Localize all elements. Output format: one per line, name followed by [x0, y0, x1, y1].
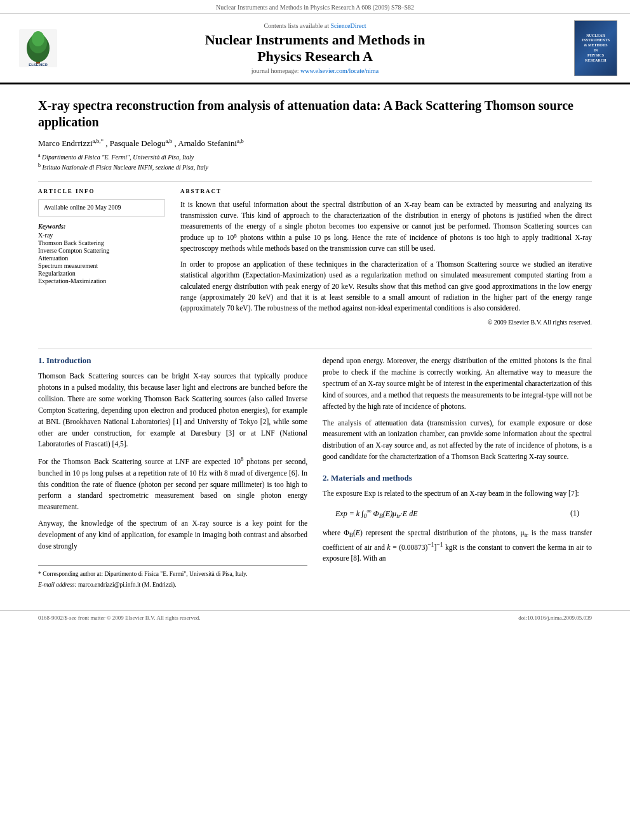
paper-content: X-ray spectra reconstruction from analys… [0, 84, 630, 604]
page-footer: 0168-9002/$-see front matter © 2009 Else… [0, 610, 630, 625]
keywords-list: X-ray Thomson Back Scattering Inverse Co… [38, 232, 165, 284]
body-left-col: 1. Introduction Thomson Back Scattering … [38, 356, 307, 591]
abstract-paragraph2: In order to propose an application of th… [180, 259, 592, 314]
keyword-em: Expectation-Maximization [38, 277, 165, 284]
article-info-box: Available online 20 May 2009 [38, 199, 165, 217]
equation-number: (1) [570, 507, 579, 519]
svg-point-4 [32, 31, 44, 46]
author2-name: , Pasquale Delogu [105, 138, 165, 148]
elsevier-tree-icon: ELSEVIER [19, 29, 57, 67]
author1-name: Marco Endrrizzi [38, 138, 93, 148]
author2-sup: a,b [166, 138, 173, 144]
copyright-line: © 2009 Elsevier B.V. All rights reserved… [180, 319, 592, 326]
affil-a-text: Dipartimento di Fisica "E. Fermi", Unive… [42, 154, 194, 161]
keywords-label: Keywords: [38, 223, 165, 230]
section2-intro: The exposure Exp is related to the spect… [323, 488, 592, 500]
abstract-text: It is known that useful information abou… [180, 199, 592, 314]
keyword-spectrum: Spectrum measurement [38, 262, 165, 269]
section2-text: The exposure Exp is related to the spect… [323, 488, 592, 564]
abstract-column: ABSTRACT It is known that useful informa… [180, 188, 592, 337]
journal-url: journal homepage: www.elsevier.com/locat… [70, 67, 560, 74]
keyword-regularization: Regularization [38, 270, 165, 277]
author1-sup: a,b,* [93, 138, 104, 144]
journal-homepage-link[interactable]: www.elsevier.com/locate/nima [300, 67, 379, 74]
equation-content: Exp = k ∫0∞ ΦB(E)μtr·E dE [335, 506, 418, 521]
author3-name: , Arnaldo Stefanini [175, 138, 238, 148]
equation-1: Exp = k ∫0∞ ΦB(E)μtr·E dE (1) [323, 506, 592, 521]
section2-title: 2. Materials and methods [323, 473, 592, 483]
affiliation-b: b Istituto Nazionale di Fisica Nucleare … [38, 163, 592, 171]
abstract-paragraph1: It is known that useful information abou… [180, 199, 592, 254]
section1-para3: Anyway, the knowledge of the spectrum of… [38, 518, 307, 552]
contents-available: Contents lists available at ScienceDirec… [70, 22, 560, 29]
body-right-col: depend upon energy. Moreover, the energy… [323, 356, 592, 591]
section1-para2: For the Thomson Back Scattering source a… [38, 455, 307, 513]
affil-a-sup: a [38, 152, 41, 158]
article-info-abstract: ARTICLE INFO Available online 20 May 200… [38, 188, 592, 337]
section1-text: Thomson Back Scattering sources can be b… [38, 371, 307, 552]
footnotes: * Corresponding author at: Dipartimento … [38, 565, 307, 590]
section2: 2. Materials and methods The exposure Ex… [323, 473, 592, 564]
keyword-xray: X-ray [38, 232, 165, 239]
footer-issn: 0168-9002/$-see front matter © 2009 Else… [38, 615, 201, 621]
affil-b-sup: b [38, 163, 41, 168]
footnote-email: E-mail address: marco.endrizzi@pi.infn.i… [38, 580, 307, 589]
section2-after-eq: where ΦB(E) represent the spectral distr… [323, 528, 592, 565]
svg-text:ELSEVIER: ELSEVIER [29, 63, 48, 67]
journal-cover-image: NUCLEAR INSTRUMENTS & METHODS IN PHYSICS… [574, 20, 617, 76]
section1-right-text: depend upon energy. Moreover, the energy… [323, 356, 592, 462]
author3-sup: a,b [237, 138, 244, 144]
abstract-heading: ABSTRACT [180, 188, 592, 194]
elsevier-logo-left: ELSEVIER [13, 29, 64, 67]
article-info-column: ARTICLE INFO Available online 20 May 200… [38, 188, 165, 337]
authors-line: Marco Endrrizzia,b,* , Pasquale Delogua,… [38, 138, 592, 149]
available-online: Available online 20 May 2009 [44, 204, 159, 211]
abstract-body-divider [38, 349, 592, 349]
footer-doi: doi:10.1016/j.nima.2009.05.039 [518, 615, 592, 621]
footnote-1: * Corresponding author at: Dipartimento … [38, 570, 307, 578]
article-info-heading: ARTICLE INFO [38, 188, 165, 194]
affiliations: a Dipartimento di Fisica "E. Fermi", Uni… [38, 152, 592, 171]
affiliation-a: a Dipartimento di Fisica "E. Fermi", Uni… [38, 152, 592, 161]
keyword-ics: Inverse Compton Scattering [38, 247, 165, 254]
journal-header: ELSEVIER Contents lists available at Sci… [0, 14, 630, 84]
journal-title: Nuclear Instruments and Methods in Physi… [70, 32, 560, 65]
body-two-col: 1. Introduction Thomson Back Scattering … [38, 356, 592, 591]
keyword-attenuation: Attenuation [38, 255, 165, 262]
section1-right-para2: The analysis of attenuation data (transm… [323, 418, 592, 463]
journal-citation: Nuclear Instruments and Methods in Physi… [0, 0, 630, 14]
sciencedirect-link[interactable]: ScienceDirect [330, 22, 366, 29]
journal-center-info: Contents lists available at ScienceDirec… [70, 22, 560, 75]
section1-para1: Thomson Back Scattering sources can be b… [38, 371, 307, 450]
section1-title: 1. Introduction [38, 356, 307, 366]
header-divider [38, 181, 592, 182]
affil-b-text: Istituto Nazionale di Fisica Nucleare IN… [43, 164, 209, 171]
paper-title: X-ray spectra reconstruction from analys… [38, 97, 592, 130]
keyword-tbs: Thomson Back Scattering [38, 239, 165, 246]
journal-cover-right: NUCLEAR INSTRUMENTS & METHODS IN PHYSICS… [566, 20, 617, 76]
section1-right-para1: depend upon energy. Moreover, the energy… [323, 356, 592, 412]
